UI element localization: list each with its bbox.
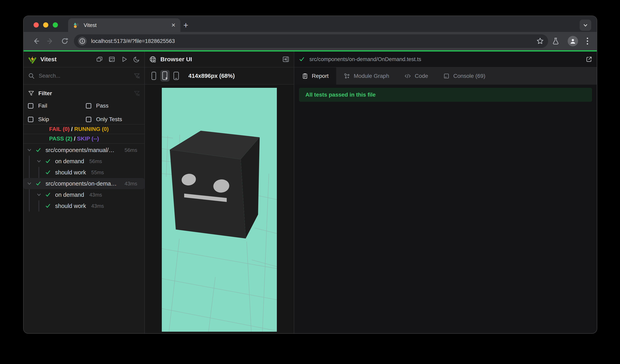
test-name: should work <box>55 203 86 209</box>
banner-text: All tests passed in this file <box>305 92 376 98</box>
search-icon <box>28 73 35 79</box>
filter-section: Filter Fail Pass <box>24 85 144 125</box>
filter-funnel-icon <box>28 90 34 97</box>
tab-code[interactable]: Code <box>397 67 436 85</box>
reload-button[interactable] <box>58 37 72 45</box>
checkbox-icon[interactable] <box>86 117 91 122</box>
run-all-icon[interactable] <box>121 56 128 63</box>
report-tabs: Report Module Graph Code Console (69) <box>294 67 597 85</box>
fail-count: FAIL (0) <box>49 126 70 132</box>
test-file-name: src/components/on-dema… <box>46 180 117 187</box>
filter-checkbox-only-tests[interactable]: Only Tests <box>86 116 122 123</box>
filter-label: Fail <box>38 102 47 109</box>
tab-label: Report <box>312 73 329 79</box>
search-input[interactable]: Search... <box>39 73 134 79</box>
clear-filter-icon[interactable] <box>134 73 140 79</box>
tab-module-graph[interactable]: Module Graph <box>336 67 397 85</box>
pass-check-icon <box>35 147 41 153</box>
close-window-button[interactable] <box>33 22 39 28</box>
report-icon <box>302 73 308 79</box>
vitest-logo-icon <box>28 55 37 64</box>
test-file-path: src/components/on-demand/OnDemand.test.t… <box>310 56 586 62</box>
checkbox-icon[interactable] <box>28 103 33 109</box>
back-arrow-icon <box>32 37 40 45</box>
chevron-down-icon <box>582 22 589 28</box>
device-phone-plus-button[interactable] <box>160 70 170 82</box>
address-bar[interactable]: localhost:5173/#/?file=1828625563 <box>74 34 548 48</box>
forward-arrow-icon <box>46 37 54 45</box>
device-small-phone-button[interactable] <box>149 70 158 82</box>
browser-tab[interactable]: Vitest ✕ <box>68 18 180 32</box>
test-browser-viewport[interactable] <box>162 88 277 332</box>
device-toolbar: 414x896px (68%) <box>145 67 294 85</box>
tab-report[interactable]: Report <box>294 67 336 85</box>
filter-label: Only Tests <box>96 116 122 123</box>
toolbar-right-icons <box>552 36 592 46</box>
collapse-panel-icon[interactable] <box>282 56 289 63</box>
dashboard-icon[interactable] <box>108 56 115 63</box>
filter-checkbox-skip[interactable]: Skip <box>28 116 86 123</box>
dark-mode-moon-icon[interactable] <box>133 56 140 63</box>
tree-row-file[interactable]: src/components/manual/… 56ms <box>24 145 144 156</box>
tab-label: Module Graph <box>354 73 389 79</box>
viewport-resolution: 414x896px (68%) <box>188 73 235 79</box>
minimize-window-button[interactable] <box>43 22 48 28</box>
module-graph-icon <box>344 73 350 79</box>
threejs-scene <box>162 88 277 332</box>
filter-label: Pass <box>96 102 108 109</box>
forward-button[interactable] <box>43 37 58 45</box>
profile-avatar[interactable] <box>568 36 578 46</box>
browser-menu-icon[interactable] <box>586 37 589 45</box>
checkbox-icon[interactable] <box>28 117 33 122</box>
tab-close-icon[interactable]: ✕ <box>171 23 176 28</box>
chevron-down-icon[interactable] <box>36 158 42 164</box>
device-tablet-button[interactable] <box>171 70 181 82</box>
separator: / <box>72 135 77 142</box>
collapse-windows-icon[interactable] <box>96 56 103 63</box>
globe-icon <box>149 56 156 63</box>
experiments-flask-icon[interactable] <box>552 37 560 45</box>
summary-pass-skip: PASS (2) / SKIP (--) <box>24 134 144 144</box>
browser-toolbar: localhost:5173/#/?file=1828625563 <box>24 32 597 50</box>
reload-icon <box>61 37 69 45</box>
tab-label: Console (69) <box>453 73 485 79</box>
checkbox-icon[interactable] <box>86 103 91 109</box>
app-title: Vitest <box>40 56 96 63</box>
chevron-down-icon[interactable] <box>36 192 42 198</box>
site-info-icon[interactable] <box>78 37 87 45</box>
preview-area <box>145 85 294 333</box>
all-tests-passed-banner: All tests passed in this file <box>299 88 592 102</box>
tab-search-button[interactable] <box>580 20 591 31</box>
separator: / <box>70 126 74 132</box>
open-external-icon[interactable] <box>586 56 592 63</box>
filter-title: Filter <box>38 90 134 97</box>
browser-preview-panel: Browser UI 414x896px (68%) <box>145 51 294 333</box>
code-icon <box>404 73 411 79</box>
new-tab-button[interactable]: + <box>183 21 188 29</box>
preview-header: Browser UI <box>145 51 294 67</box>
bookmark-star-icon[interactable] <box>536 37 544 45</box>
tree-row-test[interactable]: should work 55ms <box>24 167 144 178</box>
chevron-down-icon[interactable] <box>26 147 32 153</box>
back-button[interactable] <box>29 37 43 45</box>
test-tree: src/components/manual/… 56ms on demand 5… <box>24 144 144 333</box>
tree-row-file-selected[interactable]: src/components/on-dema… 43ms <box>24 178 144 189</box>
chevron-down-icon[interactable] <box>26 181 32 187</box>
filter-checkbox-pass[interactable]: Pass <box>86 102 108 109</box>
tree-row-suite[interactable]: on demand 56ms <box>24 156 144 167</box>
filter-checkbox-fail[interactable]: Fail <box>28 102 86 109</box>
test-duration: 43ms <box>91 203 104 209</box>
tree-row-test[interactable]: should work 43ms <box>24 200 144 212</box>
tab-label: Code <box>415 73 428 79</box>
test-duration: 55ms <box>91 169 104 176</box>
test-duration: 43ms <box>124 181 137 187</box>
tree-row-suite[interactable]: on demand 43ms <box>24 189 144 200</box>
pass-check-icon <box>45 158 51 164</box>
traffic-lights <box>33 22 58 28</box>
tab-console[interactable]: Console (69) <box>436 67 493 85</box>
zoom-window-button[interactable] <box>53 22 58 28</box>
explorer-header: Vitest <box>24 51 144 67</box>
pass-check-icon <box>45 169 51 175</box>
test-file-name: src/components/manual/… <box>46 147 114 153</box>
filter-clear-icon[interactable] <box>134 90 140 97</box>
